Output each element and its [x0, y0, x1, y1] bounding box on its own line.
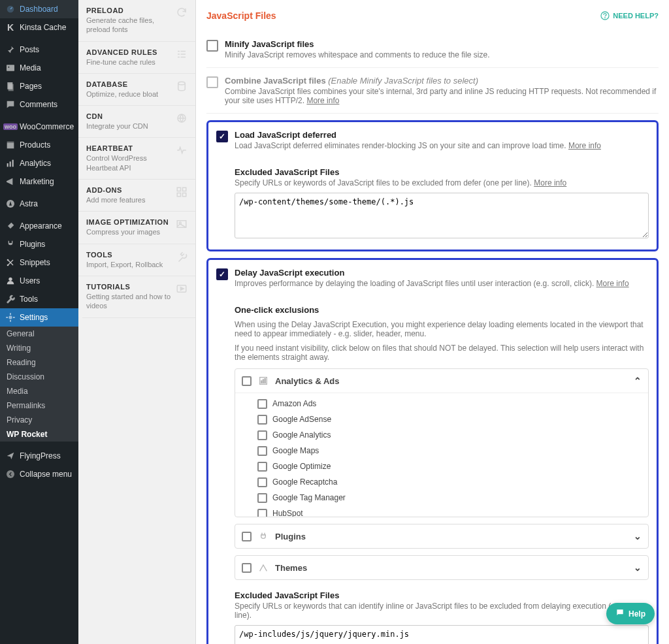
category-checkbox[interactable] — [242, 376, 252, 386]
tab-preload[interactable]: PRELOADGenerate cache files, preload fon… — [78, 0, 195, 42]
svg-rect-22 — [181, 50, 186, 52]
sidebar-sub-privacy[interactable]: Privacy — [0, 413, 78, 427]
help-widget[interactable]: Help — [606, 603, 655, 624]
defer-excluded-heading: Excluded JavaScript Files — [235, 167, 649, 177]
sidebar-item-label: Users — [20, 276, 40, 285]
combine-js-hint: (Enable Minify JavaScript files to selec… — [328, 76, 478, 86]
sidebar-sub-writing[interactable]: Writing — [0, 341, 78, 355]
defer-js-checkbox[interactable] — [216, 131, 228, 142]
sidebar-item-label: Tools — [20, 295, 38, 304]
category-checkbox[interactable] — [242, 532, 252, 541]
svg-rect-8 — [10, 161, 11, 167]
combine-js-desc: Combine JavaScript files combines your s… — [225, 87, 659, 105]
svg-rect-28 — [183, 187, 186, 191]
combine-more-info-link[interactable]: More info — [306, 96, 339, 105]
sidebar-item-label: Snippets — [20, 258, 50, 267]
category-checkbox[interactable] — [242, 563, 252, 573]
exclusion-item: Google Optimize — [257, 459, 642, 474]
exclusion-item: Amazon Ads — [257, 396, 642, 411]
sidebar-item-astra[interactable]: Astra — [0, 195, 78, 213]
delay-js-checkbox[interactable] — [216, 268, 228, 280]
accordion-header[interactable]: Analytics & Ads⌃ — [235, 369, 648, 393]
defer-excluded-textarea[interactable] — [235, 193, 649, 238]
sidebar-item-comments[interactable]: Comments — [0, 95, 78, 114]
need-help-link[interactable]: NEED HELP? — [600, 10, 659, 21]
svg-rect-4 — [8, 84, 14, 91]
k-icon: K — [5, 22, 16, 33]
category-name: Analytics & Ads — [275, 376, 340, 386]
sidebar-item-plugins[interactable]: Plugins — [0, 235, 78, 253]
media-icon — [5, 63, 16, 73]
exclusion-item-checkbox[interactable] — [257, 509, 267, 517]
sidebar-item-woocommerce[interactable]: wooWooCommerce — [0, 118, 78, 136]
exclusion-item-checkbox[interactable] — [257, 430, 267, 440]
svg-rect-1 — [7, 65, 14, 71]
sidebar-item-label: Media — [20, 63, 41, 72]
svg-point-13 — [8, 278, 12, 281]
minify-js-title: Minify JavaScript files — [225, 39, 490, 49]
tab-title: ADVANCED RULES — [86, 48, 172, 56]
tab-desc: Compress your images — [86, 227, 172, 236]
tab-title: HEARTBEAT — [86, 144, 172, 152]
sidebar-item-users[interactable]: Users — [0, 272, 78, 290]
sidebar-sub-wp-rocket[interactable]: WP Rocket — [0, 427, 78, 442]
exclusion-item-checkbox[interactable] — [257, 462, 267, 472]
sidebar-sub-permalinks[interactable]: Permalinks — [0, 398, 78, 413]
delay-js-desc-text: Improves performance by delaying the loa… — [235, 279, 594, 288]
sidebar-item-kinsta-cache[interactable]: KKinsta Cache — [0, 18, 78, 37]
sidebar-item-tools[interactable]: Tools — [0, 290, 78, 308]
tab-advanced-rules[interactable]: ADVANCED RULESFine-tune cache rules — [78, 42, 195, 74]
tab-title: CDN — [86, 112, 172, 120]
sidebar-sub-reading[interactable]: Reading — [0, 355, 78, 370]
exclusion-item-checkbox[interactable] — [257, 399, 267, 409]
exclusion-item-checkbox[interactable] — [257, 493, 267, 503]
sidebar-item-collapse-menu[interactable]: Collapse menu — [0, 465, 78, 483]
comment-icon — [5, 99, 16, 110]
sidebar-item-products[interactable]: Products — [0, 136, 78, 154]
tab-database[interactable]: DATABASEOptimize, reduce bloat — [78, 74, 195, 106]
accordion-header[interactable]: Themes⌄ — [235, 556, 648, 579]
tab-cdn[interactable]: CDNIntegrate your CDN — [78, 106, 195, 138]
minify-js-checkbox[interactable] — [206, 40, 218, 52]
tab-image-optimization[interactable]: IMAGE OPTIMIZATIONCompress your images — [78, 212, 195, 244]
cog-icon — [5, 312, 16, 323]
sidebar-item-analytics[interactable]: Analytics — [0, 154, 78, 172]
tab-heartbeat[interactable]: HEARTBEATControl WordPress Heartbeat API — [78, 138, 195, 180]
defer-excluded-more-link[interactable]: More info — [534, 178, 566, 187]
delay-excluded-desc: Specify URLs or keywords that can identi… — [235, 602, 649, 620]
minify-js-desc: Minify JavaScript removes whitespace and… — [225, 50, 490, 59]
svg-rect-19 — [178, 50, 180, 52]
sidebar-item-appearance[interactable]: Appearance — [0, 217, 78, 235]
sidebar-sub-general[interactable]: General — [0, 327, 78, 341]
collapse-icon — [5, 469, 16, 479]
sidebar-item-pages[interactable]: Pages — [0, 77, 78, 95]
tab-tutorials[interactable]: TUTORIALSGetting started and how to vide… — [78, 276, 195, 318]
sidebar-sub-media[interactable]: Media — [0, 384, 78, 398]
tab-title: TUTORIALS — [86, 283, 172, 291]
tab-tools[interactable]: TOOLSImport, Export, Rollback — [78, 244, 195, 276]
defer-js-section: Load JavaScript deferred Load JavaScript… — [206, 120, 659, 251]
sidebar-item-media[interactable]: Media — [0, 59, 78, 77]
exclusion-item-checkbox[interactable] — [257, 415, 267, 425]
sidebar-item-marketing[interactable]: Marketing — [0, 172, 78, 191]
chart-icon — [5, 158, 16, 169]
combine-js-checkbox — [206, 76, 218, 88]
sidebar-item-dashboard[interactable]: Dashboard — [0, 0, 78, 18]
accordion-header[interactable]: Plugins⌄ — [235, 524, 648, 548]
tool-icon — [5, 294, 16, 304]
sidebar-item-flyingpress[interactable]: FlyingPress — [0, 447, 78, 465]
sidebar-item-posts[interactable]: Posts — [0, 40, 78, 59]
sidebar-item-settings[interactable]: Settings — [0, 308, 78, 327]
svg-rect-29 — [177, 193, 180, 197]
sidebar-item-snippets[interactable]: Snippets — [0, 253, 78, 272]
exclusion-item-checkbox[interactable] — [257, 477, 267, 487]
tab-add-ons[interactable]: ADD-ONSAdd more features — [78, 180, 195, 212]
exclusion-item-label: Google Recaptcha — [272, 477, 337, 487]
defer-more-info-link[interactable]: More info — [568, 141, 601, 150]
delay-excluded-textarea[interactable] — [235, 625, 649, 644]
svg-rect-30 — [183, 193, 186, 197]
exclusion-item-checkbox[interactable] — [257, 446, 267, 456]
delay-more-info-link[interactable]: More info — [596, 279, 629, 288]
svg-rect-37 — [261, 381, 262, 383]
sidebar-sub-discussion[interactable]: Discussion — [0, 370, 78, 384]
